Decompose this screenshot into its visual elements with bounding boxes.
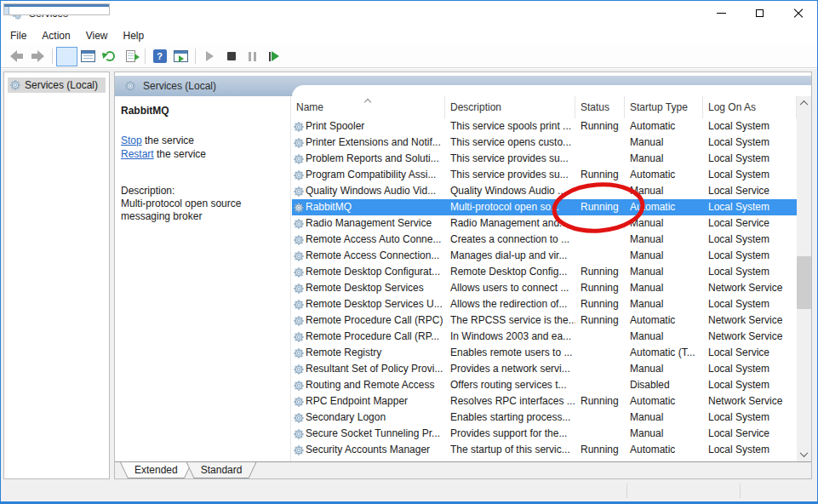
- status-cell: [575, 426, 625, 442]
- service-name-label: Printer Extensions and Notif...: [306, 135, 441, 151]
- menu-item-file[interactable]: File: [3, 27, 34, 44]
- restart-service-button[interactable]: [263, 47, 284, 66]
- table-row[interactable]: Remote Access Connection...Manages dial-…: [292, 248, 797, 264]
- column-header-name[interactable]: Name: [292, 96, 445, 118]
- description-cell: Multi-protocol open so...: [445, 199, 575, 215]
- back-button[interactable]: [6, 47, 27, 66]
- startup-type-cell: Automatic: [625, 167, 703, 183]
- description-cell: Allows the redirection of...: [445, 296, 575, 312]
- refresh-icon: [105, 51, 115, 61]
- table-row[interactable]: Problem Reports and Soluti...This servic…: [292, 151, 797, 167]
- startup-type-cell: Automatic: [625, 312, 703, 329]
- name-cell: Program Compatibility Assi...: [292, 167, 445, 183]
- table-row[interactable]: Print SpoolerThis service spools print .…: [292, 118, 797, 135]
- table-row[interactable]: Remote Desktop ServicesAllows users to c…: [292, 280, 797, 296]
- log-on-as-cell: Local System: [703, 361, 797, 377]
- column-header-label: Status: [581, 101, 609, 113]
- menu-item-action[interactable]: Action: [34, 27, 77, 44]
- properties-button[interactable]: [77, 47, 99, 66]
- log-on-as-cell: Local System: [703, 377, 797, 393]
- tab-standard[interactable]: Standard: [186, 462, 257, 478]
- status-cell: [575, 151, 625, 167]
- restart-service-line: Restart the service: [121, 147, 285, 161]
- status-cell: Running: [575, 199, 625, 215]
- tree-item-services-local[interactable]: Services (Local): [8, 77, 106, 93]
- name-cell: Quality Windows Audio Vid...: [292, 183, 445, 199]
- table-row[interactable]: Remote Procedure Call (RP...In Windows 2…: [292, 329, 797, 345]
- service-name-label: Remote Desktop Services: [306, 280, 424, 296]
- back-icon: [10, 51, 23, 61]
- table-row[interactable]: Remote Desktop Services U...Allows the r…: [292, 296, 797, 312]
- log-on-as-cell: Local System: [703, 264, 797, 280]
- status-cell: Running: [575, 393, 625, 410]
- table-row[interactable]: Resultant Set of Policy Provi...Provides…: [292, 361, 797, 377]
- status-cell: [575, 135, 625, 151]
- table-row[interactable]: Printer Extensions and Notif...This serv…: [292, 135, 797, 151]
- title-bar: Services: [1, 1, 817, 26]
- close-icon: [793, 9, 804, 19]
- services-rows: Print SpoolerThis service spools print .…: [292, 118, 811, 461]
- startup-type-cell: Automatic: [625, 393, 703, 410]
- description-cell: This service opens custo...: [445, 135, 575, 151]
- table-row[interactable]: Remote Access Auto Conne...Creates a con…: [292, 232, 797, 248]
- table-row[interactable]: Secondary LogonEnables starting process.…: [292, 410, 797, 426]
- table-row[interactable]: Routing and Remote AccessOffers routing …: [292, 377, 797, 393]
- restart-service-link[interactable]: Restart: [121, 148, 154, 160]
- table-row[interactable]: Radio Management ServiceRadio Management…: [292, 215, 797, 232]
- status-cell: [575, 377, 625, 393]
- name-cell: Remote Desktop Configurat...: [292, 264, 445, 280]
- column-header-log_on_as[interactable]: Log On As: [703, 96, 797, 118]
- minimize-button[interactable]: [702, 1, 741, 26]
- startup-type-cell: Manual: [625, 151, 703, 167]
- menu-item-help[interactable]: Help: [116, 27, 152, 44]
- menu-item-view[interactable]: View: [78, 27, 116, 44]
- table-row[interactable]: Quality Windows Audio Vid...Quality Wind…: [292, 183, 797, 199]
- name-cell: Remote Registry: [292, 345, 445, 361]
- tab-extended[interactable]: Extended: [120, 462, 192, 478]
- startup-type-cell: Manual: [625, 329, 703, 345]
- start-service-button[interactable]: [199, 47, 220, 66]
- table-row[interactable]: Secure Socket Tunneling Pr...Provides su…: [292, 426, 797, 442]
- stop-service-link[interactable]: Stop: [121, 135, 142, 146]
- vertical-scrollbar[interactable]: [797, 96, 811, 461]
- banner-services-icon: [125, 81, 135, 91]
- table-row[interactable]: Program Compatibility Assi...This servic…: [292, 167, 797, 183]
- startup-type-cell: Automatic: [625, 118, 703, 135]
- column-header-description[interactable]: Description: [445, 96, 575, 118]
- close-button[interactable]: [779, 1, 817, 26]
- table-row[interactable]: Remote RegistryEnables remote users to .…: [292, 345, 797, 361]
- column-header-startup_type[interactable]: Startup Type: [625, 96, 703, 118]
- scroll-up-button[interactable]: [797, 96, 811, 111]
- name-cell: Secure Socket Tunneling Pr...: [292, 426, 445, 442]
- service-name-label: Security Accounts Manager: [306, 442, 430, 458]
- column-header-status[interactable]: Status: [575, 96, 625, 118]
- service-gear-icon: [294, 203, 304, 213]
- help-button[interactable]: ?: [149, 47, 170, 66]
- log-on-as-cell: Network Service: [703, 312, 797, 329]
- show-console-tree-button[interactable]: [56, 47, 77, 66]
- maximize-button[interactable]: [741, 1, 779, 26]
- table-row[interactable]: Remote Procedure Call (RPC)The RPCSS ser…: [292, 312, 797, 329]
- name-cell: Print Spooler: [292, 118, 445, 135]
- show-action-pane-button[interactable]: [170, 47, 192, 66]
- startup-type-cell: Manual: [625, 296, 703, 312]
- refresh-button[interactable]: [99, 47, 120, 66]
- restart-line-rest: the service: [154, 148, 206, 160]
- description-cell: Enables starting process...: [445, 410, 575, 426]
- chevron-up-icon: [800, 100, 809, 109]
- pause-service-button[interactable]: [242, 47, 263, 66]
- table-row[interactable]: RPC Endpoint MapperResolves RPC interfac…: [292, 393, 797, 410]
- log-on-as-cell: Local Service: [703, 345, 797, 361]
- table-row[interactable]: RabbitMQMulti-protocol open so...Running…: [292, 199, 797, 215]
- scrollbar-thumb[interactable]: [797, 256, 811, 309]
- service-name-label: RPC Endpoint Mapper: [306, 393, 408, 410]
- table-row[interactable]: Security Accounts ManagerThe startup of …: [292, 442, 797, 458]
- service-name-label: Radio Management Service: [306, 215, 432, 232]
- forward-button[interactable]: [27, 47, 49, 66]
- export-list-button[interactable]: [120, 47, 141, 66]
- scroll-down-button[interactable]: [797, 447, 811, 461]
- service-gear-icon: [294, 348, 304, 358]
- table-row[interactable]: Remote Desktop Configurat...Remote Deskt…: [292, 264, 797, 280]
- log-on-as-cell: Local System: [703, 296, 797, 312]
- stop-service-button[interactable]: [220, 47, 242, 66]
